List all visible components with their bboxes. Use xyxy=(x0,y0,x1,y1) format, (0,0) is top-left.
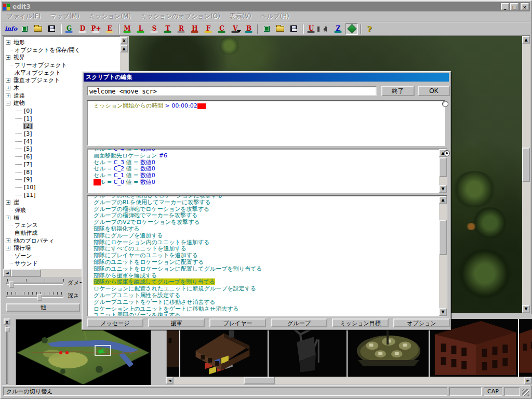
expand-icon[interactable]: + xyxy=(6,40,10,45)
toolbar-info-icon[interactable]: info xyxy=(5,23,17,35)
toolbar-road-icon[interactable]: R xyxy=(175,23,188,35)
condition-list[interactable]: ミッション開始からの時間 > 00:00:02 xyxy=(87,100,445,146)
toolbar-zones-icon[interactable]: Z xyxy=(332,23,344,35)
scroll-thumb[interactable] xyxy=(11,269,41,277)
menu-ミッションのオプション(O)[interactable]: ミッションのオプション(O) xyxy=(136,11,225,22)
tab-プレイヤー[interactable]: プレイヤー xyxy=(209,318,266,327)
toolbar-cover-icon[interactable]: C xyxy=(216,23,228,35)
expand-icon[interactable]: + xyxy=(6,94,10,98)
toolbar-help-icon[interactable]: ? xyxy=(363,23,376,35)
toolbar-tree-icon[interactable]: T xyxy=(162,23,174,35)
toolbar-units-icon[interactable]: U xyxy=(305,23,317,35)
scroll-left-button[interactable]: ◄ xyxy=(3,269,11,277)
script-line[interactable]: セル = C_0 値 = 数値0 xyxy=(94,179,447,186)
depth-slider[interactable]: 深さ xyxy=(6,292,82,298)
title-bar[interactable]: edit3 _ □ × xyxy=(2,2,530,11)
dialog-title-bar[interactable]: スクリプトの編集 xyxy=(84,73,449,82)
menu-ヘルプ(H)[interactable]: ヘルプ(H) xyxy=(256,11,294,22)
toolbar-vertical-icon[interactable]: V xyxy=(229,23,242,35)
expand-icon[interactable]: + xyxy=(6,238,10,243)
damage-slider-thumb[interactable] xyxy=(9,281,14,288)
tree-item-label: [0] xyxy=(23,108,33,114)
collapse-icon[interactable]: − xyxy=(6,101,10,105)
scroll-up-button[interactable]: ▲ xyxy=(439,196,447,204)
scroll-thumb[interactable] xyxy=(439,220,447,255)
action-radio[interactable] xyxy=(444,150,450,156)
expand-icon[interactable]: + xyxy=(6,216,10,220)
scroll-up-button[interactable]: ▲ xyxy=(120,45,128,52)
tree-item-地形[interactable]: +地形 xyxy=(5,38,120,46)
tab-メッセージ[interactable]: メッセージ xyxy=(87,318,143,327)
close-button[interactable]: × xyxy=(521,3,529,10)
scroll-thumb[interactable] xyxy=(522,148,530,182)
expand-icon[interactable]: + xyxy=(6,78,10,83)
tab-援軍[interactable]: 援軍 xyxy=(148,318,205,327)
toolbar-sound-icon[interactable] xyxy=(318,23,331,35)
toolbar-save-icon[interactable] xyxy=(45,23,58,35)
menu-ミッション(M)[interactable]: ミッション(M) xyxy=(84,11,136,22)
command-list[interactable]: グループのRLを使用してロケーションに攻撃するグループのRLを使用してマーカーに… xyxy=(87,195,447,316)
expand-icon[interactable]: + xyxy=(6,86,10,90)
menu-表示(V)[interactable]: 表示(V) xyxy=(225,11,256,22)
toolbar-save-mission-icon[interactable] xyxy=(287,23,300,35)
tab-ミッション目標[interactable]: ミッション目標 xyxy=(332,318,389,327)
command-item[interactable]: グループのV2でロケーションを攻撃する xyxy=(94,219,447,226)
scroll-down-button[interactable]: ▼ xyxy=(439,308,447,316)
toolbar-house-icon[interactable]: H xyxy=(189,23,201,35)
minimap-slider[interactable] xyxy=(6,326,8,384)
script-name-input[interactable] xyxy=(87,86,377,96)
maximize-button[interactable]: □ xyxy=(510,3,518,10)
thumbnails-scrollbar[interactable]: ◄ ► xyxy=(166,377,532,384)
toolbar-script-icon[interactable] xyxy=(345,23,358,35)
scroll-down-button[interactable]: ▼ xyxy=(522,305,530,313)
command-list-scrollbar[interactable]: ▲ ▼ xyxy=(439,196,447,316)
toolbar-damage-icon[interactable]: D xyxy=(76,23,89,35)
command-item[interactable]: ユニット周囲のゾーンを復元する xyxy=(94,312,447,316)
toolbar-eraser-icon[interactable]: E xyxy=(103,23,116,35)
minimap-slider-thumb[interactable] xyxy=(5,327,10,332)
damage-slider[interactable]: ダメージ xyxy=(6,279,82,285)
action-list[interactable]: セル = C_4 値 = 数値0画面移動先ロケーション #6セル = C_3 値… xyxy=(87,149,447,193)
minimize-button[interactable]: _ xyxy=(501,3,509,10)
object-thumbnail-sliver2[interactable] xyxy=(519,319,532,377)
depth-slider-thumb[interactable] xyxy=(37,294,42,301)
toolbar-points-icon[interactable]: P+ xyxy=(90,23,102,35)
toolbar-structure-icon[interactable]: S xyxy=(148,23,161,35)
toolbar-new-map-icon[interactable] xyxy=(18,23,31,35)
scroll-right-button[interactable]: ► xyxy=(524,377,532,384)
expand-icon[interactable]: + xyxy=(6,55,10,60)
toolbar-ground-icon[interactable]: G xyxy=(63,23,75,35)
ok-button[interactable]: OK xyxy=(418,86,450,96)
condition-radio[interactable] xyxy=(442,101,448,107)
other-button[interactable]: 他 xyxy=(6,303,80,312)
map-vertical-scrollbar[interactable]: ▲ ▼ xyxy=(522,36,530,313)
exit-button[interactable]: 終了 xyxy=(381,86,415,96)
scroll-thumb[interactable] xyxy=(244,377,275,384)
toolbar-open-mission-icon[interactable] xyxy=(274,23,286,35)
toolbar-fence-icon[interactable]: F xyxy=(202,23,215,35)
tree-item-フリーオブジェクト[interactable]: フリーオブジェクト xyxy=(5,61,120,69)
tree-item-視界[interactable]: +視界 xyxy=(5,54,120,61)
toolbar-marker-icon[interactable]: M xyxy=(121,23,134,35)
script-text: #6 xyxy=(159,152,167,159)
expand-icon[interactable]: + xyxy=(6,246,10,250)
script-line[interactable]: ミッション開始からの時間 > 00:00:02 xyxy=(94,103,445,110)
panel-close-icon[interactable]: x xyxy=(121,37,128,44)
expand-icon[interactable]: + xyxy=(6,200,10,205)
toolbar-open-icon[interactable] xyxy=(32,23,44,35)
minimap-close-icon[interactable]: x xyxy=(4,318,10,325)
menu-マップ(M)[interactable]: マップ(M) xyxy=(45,11,84,22)
toolbar-new-mission-icon[interactable] xyxy=(260,23,273,35)
scroll-up-button[interactable]: ▲ xyxy=(522,36,530,44)
resize-grip[interactable] xyxy=(522,389,529,396)
tree-item-オブジェクトを保存/開く[interactable]: オブジェクトを保存/開く xyxy=(5,46,120,54)
toolbar-location-icon[interactable]: L xyxy=(135,23,147,35)
tab-オプション[interactable]: オプション xyxy=(393,318,450,327)
menu-ファイル(F)[interactable]: ファイル(F) xyxy=(2,11,45,22)
scroll-left-button[interactable]: ◄ xyxy=(166,377,174,384)
map-tree xyxy=(451,171,498,207)
tab-グループ[interactable]: グループ xyxy=(271,318,327,327)
toolbar-bridge-icon[interactable]: B xyxy=(243,23,255,35)
scroll-thumb[interactable] xyxy=(439,157,447,177)
scroll-down-button[interactable]: ▼ xyxy=(439,185,447,193)
